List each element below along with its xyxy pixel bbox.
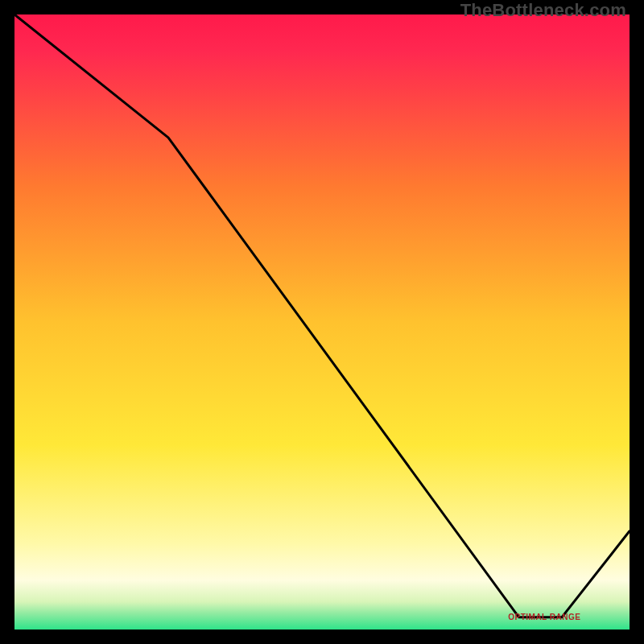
chart-frame: OPTIMAL RANGE <box>14 14 630 630</box>
gradient-background <box>14 14 630 630</box>
bottleneck-chart <box>14 14 630 630</box>
